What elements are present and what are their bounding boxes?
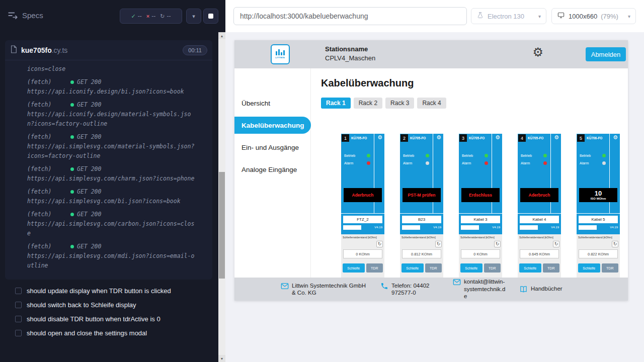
cable-name-field[interactable]: B23 (402, 216, 441, 223)
footer-manuals[interactable]: Handbücher (519, 285, 562, 294)
cable-name-field[interactable]: Kabel 3 (461, 216, 500, 223)
measurement-value: 0.812 KOhm (402, 249, 441, 258)
card-settings-icon[interactable]: ⚙ (495, 135, 500, 140)
measurement-label: Schleifenwiderstand [kOhm] (578, 236, 618, 239)
stop-button[interactable] (203, 9, 218, 24)
tab-rack-1[interactable]: Rack 1 (321, 98, 351, 109)
cypress-header: Specs ✓-- ×-- ↻-- ▾ (0, 0, 225, 32)
screen: Specs ✓-- ×-- ↻-- ▾ kue705fo.cy.ts 00:11… (0, 0, 644, 362)
refresh-icon[interactable]: ↻ (494, 241, 501, 247)
device-model: KÜ705-FO (528, 136, 543, 140)
measurement-value: 0.645 KOhm (520, 249, 559, 258)
refresh-icon[interactable]: ↻ (376, 241, 383, 247)
sidebar-item-analoge-eingaenge[interactable]: Analoge Eingänge (234, 161, 311, 177)
firmware-version: V4.19 (551, 226, 559, 229)
test-item[interactable]: should disable TDR button when tdrActive… (0, 312, 218, 326)
log-entry[interactable]: (fetch)GET 200 https://api.simplesvg.com… (27, 187, 195, 206)
device-card-2: 2 KÜ705-FO ⚙ Betrieb Alarm PST-M prüfen … (400, 134, 443, 278)
schleife-button[interactable]: Schleife (401, 263, 424, 273)
specs-toggle-icon[interactable] (7, 10, 18, 21)
tdr-button[interactable]: TDR (543, 263, 559, 273)
test-item[interactable]: should switch back to Schleife display (0, 298, 218, 312)
log-entry[interactable]: (fetch)GET 200 https://api.simplesvg.com… (27, 210, 195, 238)
refresh-icon[interactable]: ↻ (553, 241, 559, 247)
status-display: Erdschluss (461, 188, 500, 202)
logout-button[interactable]: Abmelden (586, 47, 626, 61)
schleife-button[interactable]: Schleife (460, 263, 482, 273)
spec-file-row[interactable]: kue705fo.cy.ts 00:11 (5, 40, 212, 60)
app-header: LITTWIN Stationsname CPLV4_Maschen ⚙ Abm… (234, 40, 628, 68)
firmware-version: V4.19 (374, 226, 382, 229)
log-entry[interactable]: (fetch)GET 200 https://api.iconify.desig… (27, 100, 195, 129)
app-under-test: LITTWIN Stationsname CPLV4_Maschen ⚙ Abm… (234, 40, 628, 301)
scroll-down-button[interactable]: ▼ (218, 355, 225, 362)
schleife-button[interactable]: Schleife (519, 263, 541, 273)
device-card-1: 1 KÜ705-FO ⚙ Betrieb Alarm Aderbruch FTZ… (341, 134, 384, 278)
stat-pending: ↻-- (160, 13, 171, 20)
footer-phone[interactable]: Telefon: 04402 972577-0 (380, 282, 440, 297)
card-settings-icon[interactable]: ⚙ (554, 135, 559, 140)
schleife-button[interactable]: Schleife (578, 263, 600, 273)
log-entry[interactable]: icons=close (27, 64, 195, 74)
status-ok-dot (70, 167, 74, 171)
tab-rack-4[interactable]: Rack 4 (417, 98, 446, 109)
test-item[interactable]: should open and close the settings modal (0, 326, 218, 340)
betrieb-label: Betrieb (462, 154, 473, 157)
sidebar-item-uebersicht[interactable]: Übersicht (234, 95, 311, 111)
tab-rack-3[interactable]: Rack 3 (385, 98, 414, 109)
status-ok-dot (70, 190, 74, 194)
sidebar-item-ein-und-ausgaenge[interactable]: Ein- und Ausgänge (234, 139, 311, 155)
scrollbar-thumb[interactable] (219, 172, 225, 279)
log-entry[interactable]: (fetch)GET 200 https://api.simplesvg.com… (27, 132, 195, 161)
tab-rack-2[interactable]: Rack 2 (354, 98, 382, 109)
footer-email[interactable]: kontakt@littwin-systemtechnik.de (453, 278, 506, 300)
collapse-chevron-button[interactable]: ▾ (186, 9, 201, 24)
app-footer: Littwin Systemtechnik GmbH & Co. KG Tele… (234, 278, 628, 301)
card-number: 4 (518, 134, 526, 142)
viewport-select[interactable]: 1000x660 (79%) ▾ (551, 8, 636, 24)
url-input[interactable] (233, 7, 467, 25)
firmware-version: V4.19 (492, 226, 500, 229)
tdr-button[interactable]: TDR (602, 263, 618, 273)
test-item[interactable]: should update display when TDR button is… (0, 284, 218, 298)
card-settings-icon[interactable]: ⚙ (377, 135, 382, 140)
measurement-label: Schleifenwiderstand [kOhm] (401, 236, 442, 239)
schleife-button[interactable]: Schleife (343, 263, 365, 273)
betrieb-led (602, 154, 606, 157)
cable-name-field[interactable]: Kabel 4 (520, 216, 559, 223)
test-state-icon (15, 302, 22, 308)
refresh-icon[interactable]: ↻ (612, 241, 618, 247)
tdr-button[interactable]: TDR (366, 263, 383, 273)
test-stats[interactable]: ✓-- ×-- ↻-- (120, 9, 182, 24)
cable-name-field[interactable]: Kabel 5 (579, 216, 618, 223)
specs-label: Specs (22, 11, 43, 20)
panel-scrollbar[interactable]: ▲ ▼ (218, 32, 225, 362)
refresh-icon[interactable]: ↻ (435, 241, 442, 247)
firmware-version: V4.19 (433, 226, 441, 229)
log-entry[interactable]: (fetch)GET 200 https://api.simplesvg.com… (27, 242, 195, 270)
status-ok-dot (70, 80, 74, 84)
device-card-4: 4 KÜ705-FO ⚙ Betrieb Alarm Aderbruch Kab… (518, 134, 561, 278)
device-card-3: 3 KÜ705-FO ⚙ Betrieb Alarm Erdschluss Ka… (459, 134, 502, 278)
settings-gear-icon[interactable]: ⚙ (532, 46, 543, 58)
sidebar-item-kabelueberwachung[interactable]: Kabelüberwachung (234, 117, 311, 134)
spare-field (343, 225, 361, 230)
tdr-button[interactable]: TDR (484, 263, 501, 273)
card-settings-icon[interactable]: ⚙ (613, 135, 618, 140)
status-ok-dot (70, 135, 74, 139)
main-content: Kabelüberwachung Rack 1 Rack 2 Rack 3 Ra… (311, 68, 628, 278)
log-entry[interactable]: (fetch)GET 200 https://api.iconify.desig… (27, 77, 195, 97)
device-model: KÜ705-FO (410, 136, 426, 140)
measurement-value: 0 KOhm (461, 249, 500, 258)
log-entry[interactable]: (fetch)GET 200 https://api.simplesvg.com… (27, 164, 195, 184)
tdr-button[interactable]: TDR (425, 263, 442, 273)
betrieb-label: Betrieb (580, 154, 591, 157)
monitor-icon (557, 12, 565, 21)
cable-name-field[interactable]: FTZ_2 (343, 216, 382, 223)
spare-field (402, 225, 420, 230)
scroll-up-button[interactable]: ▲ (218, 32, 225, 39)
test-state-icon (15, 330, 22, 336)
browser-select[interactable]: Electron 130 ▾ (471, 8, 546, 24)
card-settings-icon[interactable]: ⚙ (436, 135, 441, 140)
chevron-down-icon: ▾ (192, 13, 195, 20)
